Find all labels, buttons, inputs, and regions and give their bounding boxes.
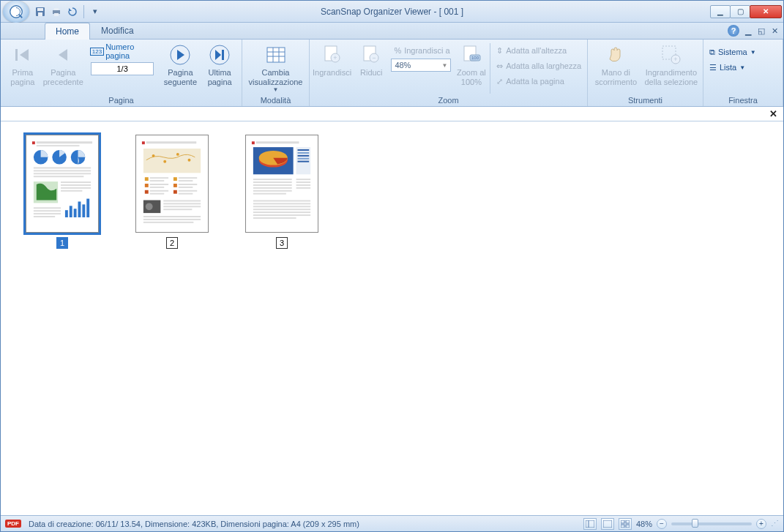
svg-rect-11 bbox=[267, 48, 285, 62]
svg-point-56 bbox=[152, 154, 155, 157]
svg-rect-44 bbox=[70, 206, 72, 217]
windows-icon: ⧉ bbox=[709, 48, 715, 57]
first-page-button[interactable]: Prima pagina bbox=[4, 42, 42, 94]
prev-page-button[interactable]: Pagina precedente bbox=[43, 42, 83, 94]
marquee-icon: + bbox=[660, 43, 683, 67]
thumbnail-grid: 1 bbox=[1, 121, 783, 515]
fit-width-button[interactable]: ⇔Adatta alla larghezza bbox=[493, 59, 584, 73]
thumbnail-item[interactable]: 2 bbox=[135, 135, 209, 249]
svg-rect-85 bbox=[143, 219, 201, 220]
close-button[interactable]: ✕ bbox=[750, 5, 782, 18]
svg-rect-119 bbox=[626, 520, 630, 523]
svg-rect-114 bbox=[253, 217, 296, 219]
svg-rect-93 bbox=[298, 149, 310, 151]
list-menu-button[interactable]: ☰Lista▼ bbox=[706, 60, 759, 75]
svg-rect-72 bbox=[173, 184, 177, 187]
zoom-in-button[interactable]: + Ingrandisci bbox=[313, 42, 351, 94]
tab-edit[interactable]: Modifica bbox=[90, 22, 145, 39]
svg-rect-86 bbox=[143, 222, 193, 223]
system-menu-button[interactable]: ⧉Sistema▼ bbox=[706, 45, 759, 59]
dropdown-caret-icon: ▼ bbox=[739, 64, 745, 71]
view-mode-2-button[interactable] bbox=[601, 518, 614, 530]
maximize-button[interactable]: ▢ bbox=[730, 5, 750, 18]
svg-rect-67 bbox=[150, 190, 168, 192]
tab-home[interactable]: Home bbox=[45, 23, 90, 40]
fit-page-button[interactable]: ⤢Adatta la pagina bbox=[493, 74, 584, 89]
zoom-slider[interactable] bbox=[671, 522, 752, 525]
title-bar: ▾ ScanSnap Organizer Viewer - [ 001 ] ▁ … bbox=[1, 1, 783, 23]
svg-rect-63 bbox=[145, 184, 149, 187]
ribbon-close-icon[interactable]: ✕ bbox=[770, 26, 779, 35]
thumbnail-item[interactable]: 3 bbox=[245, 135, 318, 249]
zoom-out-icon: − bbox=[359, 43, 383, 67]
zoom-in-icon: + bbox=[321, 43, 344, 67]
last-page-button[interactable]: Ultima pagina bbox=[201, 42, 239, 94]
svg-rect-92 bbox=[296, 147, 311, 174]
quick-access-toolbar: ▾ bbox=[34, 5, 102, 18]
app-menu-orb[interactable] bbox=[3, 1, 29, 23]
svg-rect-45 bbox=[74, 209, 77, 217]
next-page-icon bbox=[168, 43, 192, 67]
svg-rect-66 bbox=[145, 190, 149, 194]
next-page-button[interactable]: Pagina seguente bbox=[162, 42, 200, 94]
thumbnail-item[interactable]: 1 bbox=[26, 135, 99, 249]
svg-rect-97 bbox=[298, 161, 310, 162]
svg-text:+: + bbox=[673, 56, 677, 63]
dropdown-caret-icon: ▼ bbox=[273, 86, 279, 93]
refresh-icon[interactable] bbox=[66, 5, 79, 18]
fit-height-button[interactable]: ⇕Adatta all'altezza bbox=[493, 43, 584, 58]
hand-icon bbox=[604, 43, 627, 67]
minimize-button[interactable]: ▁ bbox=[710, 5, 731, 18]
ribbon-restore-icon[interactable]: ◱ bbox=[757, 26, 766, 35]
zoom-in-slider-button[interactable]: + bbox=[756, 519, 766, 529]
svg-rect-49 bbox=[34, 207, 61, 209]
svg-rect-82 bbox=[163, 206, 201, 207]
pdf-badge: PDF bbox=[5, 520, 21, 528]
svg-rect-98 bbox=[253, 179, 292, 180]
svg-rect-74 bbox=[179, 187, 193, 188]
svg-rect-46 bbox=[78, 201, 81, 217]
svg-rect-40 bbox=[61, 184, 91, 186]
save-icon[interactable] bbox=[34, 5, 47, 18]
svg-rect-10 bbox=[222, 50, 224, 60]
change-view-button[interactable]: Cambia visualizzazione ▼ bbox=[245, 42, 306, 94]
svg-rect-64 bbox=[150, 184, 168, 185]
zoom-out-button[interactable]: − Riduci bbox=[353, 42, 389, 94]
resize-grip-icon[interactable]: ⋰ bbox=[771, 519, 779, 528]
group-page-label: Pagina bbox=[4, 95, 239, 106]
ribbon: Prima pagina Pagina precedente 123 Numer… bbox=[1, 40, 783, 107]
hand-tool-button[interactable]: Mano di scorrimento bbox=[591, 42, 641, 94]
zoom-100-button[interactable]: 100 Zoom al 100% bbox=[455, 42, 487, 94]
svg-rect-87 bbox=[252, 141, 255, 144]
svg-rect-95 bbox=[298, 155, 310, 157]
zoom-value-input[interactable]: 48%▼ bbox=[391, 59, 451, 72]
zoom-out-label: Riduci bbox=[360, 68, 383, 78]
page-number: 1 bbox=[56, 237, 68, 249]
svg-rect-81 bbox=[163, 203, 201, 204]
prev-page-label: Pagina precedente bbox=[43, 68, 83, 86]
svg-rect-69 bbox=[173, 177, 177, 181]
change-view-label: Cambia visualizzazione bbox=[245, 68, 306, 86]
view-mode-1-button[interactable] bbox=[583, 518, 597, 530]
qat-customize-icon[interactable]: ▾ bbox=[89, 5, 102, 18]
pagecount-input[interactable] bbox=[91, 62, 154, 75]
zoom-out-slider-button[interactable]: − bbox=[657, 519, 667, 529]
help-icon[interactable]: ? bbox=[728, 25, 739, 37]
svg-rect-60 bbox=[145, 177, 149, 181]
zoom-slider-knob[interactable] bbox=[692, 519, 698, 528]
content-close-icon[interactable]: ✕ bbox=[769, 108, 777, 119]
svg-rect-107 bbox=[296, 187, 311, 189]
print-icon[interactable] bbox=[50, 5, 63, 18]
page-thumbnail bbox=[135, 135, 209, 233]
svg-rect-83 bbox=[163, 209, 192, 210]
svg-rect-113 bbox=[253, 214, 310, 216]
last-page-label: Ultima pagina bbox=[201, 68, 239, 86]
svg-rect-48 bbox=[86, 199, 89, 217]
view-mode-3-button[interactable] bbox=[619, 518, 632, 530]
ribbon-minimize-icon[interactable]: ▁ bbox=[744, 26, 753, 35]
marquee-zoom-button[interactable]: + Ingrandimento della selezione bbox=[643, 42, 700, 94]
svg-rect-30 bbox=[37, 145, 80, 146]
svg-rect-112 bbox=[253, 211, 310, 213]
svg-rect-118 bbox=[621, 520, 624, 523]
svg-rect-75 bbox=[173, 190, 177, 194]
